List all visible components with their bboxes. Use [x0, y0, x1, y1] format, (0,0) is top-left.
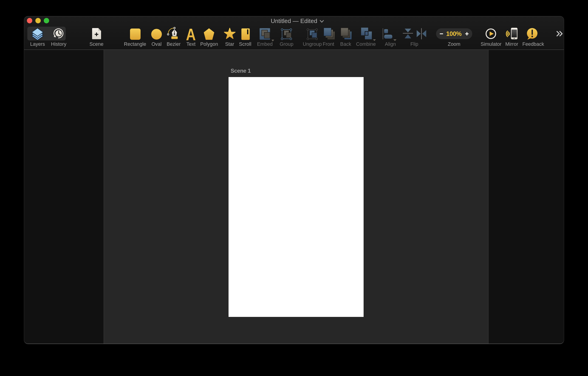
svg-text:A: A [186, 25, 196, 44]
svg-text:100%: 100% [446, 30, 462, 37]
